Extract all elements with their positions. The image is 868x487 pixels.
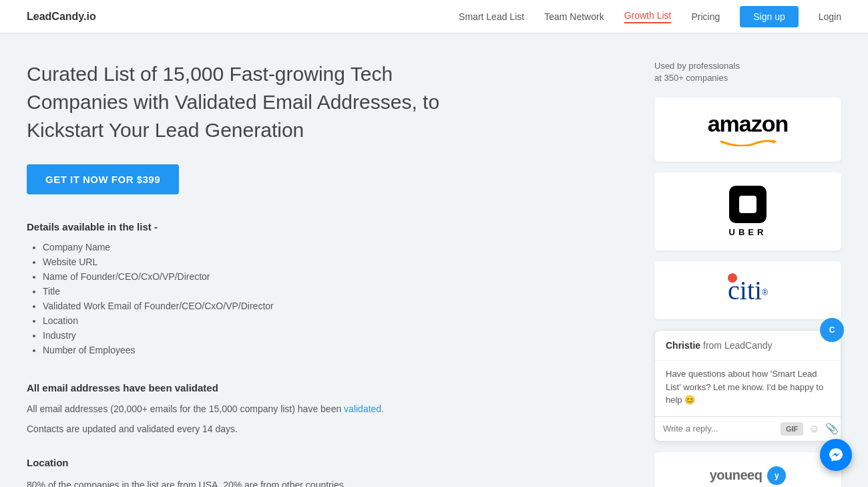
used-by-label: Used by professionals at 350+ companies bbox=[654, 61, 740, 83]
details-list: Company Name Website URL Name of Founder… bbox=[27, 242, 628, 355]
citi-logo: citi® bbox=[728, 275, 768, 306]
nav-smart-lead-list[interactable]: Smart Lead List bbox=[459, 11, 524, 22]
youneeq-badge: y bbox=[767, 466, 786, 485]
chat-input[interactable] bbox=[663, 424, 775, 434]
used-by-text: Used by professionals at 350+ companies bbox=[654, 60, 841, 84]
list-item: Location bbox=[43, 315, 628, 326]
signup-button[interactable]: Sign up bbox=[740, 6, 798, 27]
list-item: Website URL bbox=[43, 257, 628, 267]
list-item: Number of Employees bbox=[43, 345, 628, 355]
validated-text-2: Contacts are updated and validated every… bbox=[27, 422, 628, 436]
validated-heading: All email addresses have been validated bbox=[27, 382, 628, 393]
nav-team-network[interactable]: Team Network bbox=[544, 11, 604, 22]
page-wrapper: Curated List of 15,000 Fast-growing Tech… bbox=[0, 33, 868, 487]
chat-from: from LeadCandy bbox=[703, 340, 773, 351]
uber-logo: UBER bbox=[729, 186, 767, 237]
navbar: LeadCandy.io Smart Lead List Team Networ… bbox=[0, 0, 868, 33]
validated-section: All email addresses have been validated … bbox=[27, 382, 628, 437]
nav-growth-list[interactable]: Growth List bbox=[624, 10, 672, 23]
attachment-button[interactable]: 📎 bbox=[825, 422, 839, 435]
uber-wordmark: UBER bbox=[729, 227, 767, 237]
chat-from-label: from LeadCandy bbox=[703, 340, 773, 351]
uber-icon bbox=[729, 186, 767, 223]
svg-marker-0 bbox=[773, 140, 777, 144]
amazon-wordmark: amazon bbox=[708, 111, 789, 137]
amazon-logo: amazon bbox=[708, 111, 789, 148]
location-heading: Location bbox=[27, 457, 628, 468]
uber-inner-square bbox=[739, 196, 756, 213]
list-item: Title bbox=[43, 286, 628, 297]
details-section: Details available in the list - Company … bbox=[27, 221, 628, 355]
validated-text-1: All email addresses (20,000+ emails for … bbox=[27, 401, 628, 416]
chat-widget: Christie from LeadCandy Have questions a… bbox=[654, 330, 841, 442]
amazon-arrow bbox=[718, 137, 778, 146]
emoji-button[interactable]: ☺ bbox=[809, 423, 819, 435]
right-sidebar: Used by professionals at 350+ companies … bbox=[654, 60, 841, 487]
chat-agent-name: Christie bbox=[666, 340, 700, 351]
uber-logo-card: UBER bbox=[654, 172, 841, 251]
gif-button[interactable]: GIF bbox=[781, 422, 803, 436]
amazon-logo-card: amazon bbox=[654, 98, 841, 162]
location-section: Location 80% of the companies in the lis… bbox=[27, 457, 628, 487]
nav-pricing[interactable]: Pricing bbox=[691, 11, 720, 22]
youneeq-badge-icon: y bbox=[775, 471, 779, 480]
chat-widget-wrapper: C Christie from LeadCandy Have questions… bbox=[654, 330, 841, 442]
validated-prefix: All email addresses (20,000+ emails for … bbox=[27, 403, 344, 414]
messenger-fab[interactable] bbox=[820, 439, 852, 471]
citi-logo-card: citi® bbox=[654, 261, 841, 319]
list-item: Industry bbox=[43, 330, 628, 341]
cta-button[interactable]: GET IT NOW FOR $399 bbox=[27, 164, 179, 194]
details-heading: Details available in the list - bbox=[27, 221, 628, 232]
messenger-icon bbox=[828, 447, 844, 463]
location-text: 80% of the companies in the list are fro… bbox=[27, 478, 628, 487]
chat-message: Have questions about how 'Smart Lead Lis… bbox=[655, 361, 841, 416]
list-item: Company Name bbox=[43, 242, 628, 253]
nav-links: Smart Lead List Team Network Growth List… bbox=[459, 6, 841, 27]
list-item: Validated Work Email of Founder/CEO/CxO/… bbox=[43, 301, 628, 311]
youneeq-wordmark: youneeq bbox=[710, 468, 763, 483]
login-link[interactable]: Login bbox=[819, 11, 841, 22]
citi-registered: ® bbox=[762, 289, 768, 298]
list-item: Name of Founder/CEO/CxO/VP/Director bbox=[43, 271, 628, 282]
chat-input-area: GIF ☺ 📎 bbox=[655, 416, 841, 441]
youneeq-logo-card: youneeq y bbox=[654, 452, 841, 487]
chat-header: Christie from LeadCandy bbox=[655, 331, 841, 361]
logo: LeadCandy.io bbox=[27, 11, 96, 23]
hero-title: Curated List of 15,000 Fast-growing Tech… bbox=[27, 60, 494, 144]
chat-action-buttons: GIF ☺ 📎 bbox=[781, 422, 839, 436]
main-content: Curated List of 15,000 Fast-growing Tech… bbox=[27, 60, 628, 487]
agent-avatar-initial: C bbox=[829, 325, 835, 335]
validated-link[interactable]: validated. bbox=[344, 403, 384, 414]
